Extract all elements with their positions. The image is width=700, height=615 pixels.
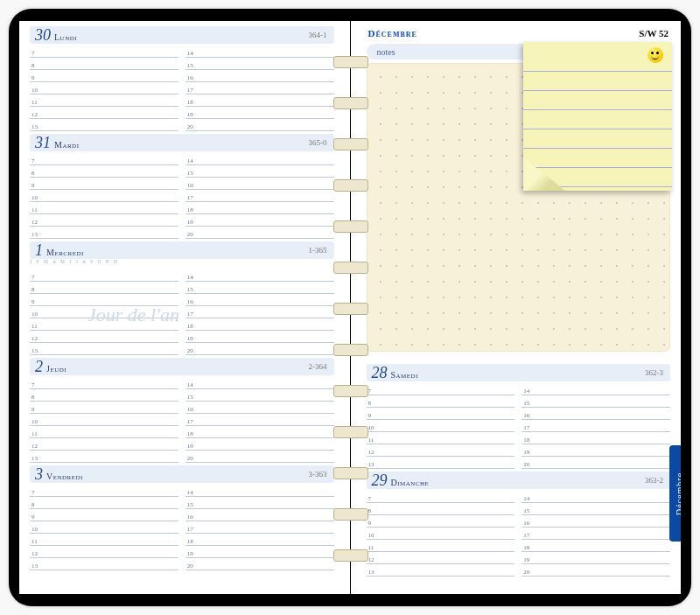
hour-slot[interactable]: 20 [522,457,670,469]
hour-slot[interactable]: 20 [186,343,334,355]
hour-slot[interactable]: 7 [367,383,515,395]
hour-grid[interactable]: 7891011121314151617181920 [30,269,334,355]
hour-slot[interactable]: 7 [367,491,515,503]
hour-slot[interactable]: 20 [186,558,334,570]
hour-grid[interactable]: 7891011121314151617181920 [367,491,671,577]
hour-slot[interactable]: 13 [30,558,178,570]
hour-slot[interactable]: 7 [30,45,178,58]
hour-slot[interactable]: 8 [30,165,178,178]
hour-slot[interactable]: 11 [30,534,178,546]
hour-slot[interactable]: 7 [30,153,178,165]
hour-slot[interactable]: 18 [186,202,334,214]
hour-slot[interactable]: 12 [367,552,515,564]
hour-slot[interactable]: 17 [186,414,334,426]
hour-slot[interactable]: 17 [186,306,334,318]
hour-slot[interactable]: 16 [522,408,670,420]
hour-slot[interactable]: 16 [522,515,670,528]
hour-slot[interactable]: 10 [30,306,178,318]
hour-slot[interactable]: 13 [367,457,515,469]
hour-slot[interactable]: 12 [30,546,178,558]
hour-slot[interactable]: 18 [186,534,334,546]
hour-slot[interactable]: 15 [186,282,334,294]
hour-slot[interactable]: 18 [186,426,334,438]
hour-slot[interactable]: 14 [186,153,334,165]
hour-slot[interactable]: 13 [30,343,178,355]
hour-slot[interactable]: 17 [186,521,334,534]
hour-slot[interactable]: 16 [186,178,334,190]
hour-slot[interactable]: 20 [186,227,334,239]
hour-slot[interactable]: 18 [522,540,670,552]
hour-slot[interactable]: 10 [30,82,178,94]
hour-slot[interactable]: 7 [30,377,178,389]
hour-slot[interactable]: 13 [367,564,515,577]
hour-slot[interactable]: 15 [186,165,334,178]
hour-slot[interactable]: 14 [186,269,334,282]
hour-slot[interactable]: 14 [186,45,334,58]
hour-slot[interactable]: 15 [186,389,334,402]
hour-slot[interactable]: 15 [186,58,334,70]
hour-slot[interactable]: 11 [367,540,515,552]
hour-slot[interactable]: 10 [367,528,515,540]
hour-slot[interactable]: 17 [522,528,670,540]
hour-slot[interactable]: 20 [186,119,334,131]
hour-slot[interactable]: 11 [30,426,178,438]
hour-grid[interactable]: 7891011121314151617181920 [30,153,334,239]
hour-slot[interactable]: 15 [522,503,670,515]
hour-slot[interactable]: 18 [522,432,670,444]
hour-slot[interactable]: 15 [186,497,334,509]
hour-slot[interactable]: 19 [186,546,334,558]
hour-slot[interactable]: 12 [367,444,515,457]
hour-slot[interactable]: 14 [522,491,670,503]
hour-slot[interactable]: 9 [30,294,178,306]
hour-slot[interactable]: 16 [186,402,334,414]
hour-slot[interactable]: 20 [522,564,670,577]
hour-slot[interactable]: 10 [30,190,178,202]
hour-slot[interactable]: 12 [30,438,178,451]
hour-slot[interactable]: 17 [186,190,334,202]
hour-slot[interactable]: 14 [522,383,670,395]
hour-slot[interactable]: 13 [30,119,178,131]
hour-slot[interactable]: 12 [30,331,178,343]
hour-slot[interactable]: 15 [522,395,670,408]
hour-slot[interactable]: 9 [30,70,178,82]
hour-slot[interactable]: 16 [186,509,334,521]
hour-slot[interactable]: 8 [30,58,178,70]
hour-slot[interactable]: 7 [30,485,178,497]
hour-slot[interactable]: 9 [30,178,178,190]
hour-grid[interactable]: 7891011121314151617181920 [367,383,671,469]
hour-slot[interactable]: 14 [186,485,334,497]
sticky-note[interactable] [523,42,672,191]
hour-slot[interactable]: 9 [367,515,515,528]
hour-slot[interactable]: 18 [186,318,334,331]
hour-grid[interactable]: 7891011121314151617181920 [30,377,334,463]
hour-slot[interactable]: 8 [30,497,178,509]
hour-slot[interactable]: 9 [30,402,178,414]
hour-slot[interactable]: 13 [30,451,178,463]
hour-slot[interactable]: 8 [30,282,178,294]
hour-slot[interactable]: 10 [367,420,515,432]
hour-grid[interactable]: 7891011121314151617181920 [30,485,334,570]
hour-slot[interactable]: 16 [186,294,334,306]
hour-slot[interactable]: 19 [522,552,670,564]
hour-slot[interactable]: 11 [367,432,515,444]
hour-slot[interactable]: 11 [30,202,178,214]
hour-slot[interactable]: 17 [522,420,670,432]
hour-slot[interactable]: 13 [30,227,178,239]
hour-slot[interactable]: 10 [30,414,178,426]
hour-slot[interactable]: 20 [186,451,334,463]
hour-slot[interactable]: 10 [30,521,178,534]
hour-slot[interactable]: 18 [186,94,334,107]
hour-slot[interactable]: 12 [30,214,178,227]
hour-slot[interactable]: 19 [186,214,334,227]
hour-slot[interactable]: 19 [186,438,334,451]
hour-slot[interactable]: 8 [30,389,178,402]
hour-slot[interactable]: 19 [186,107,334,119]
hour-slot[interactable]: 17 [186,82,334,94]
hour-slot[interactable]: 14 [186,377,334,389]
hour-slot[interactable]: 19 [186,331,334,343]
hour-slot[interactable]: 9 [30,509,178,521]
hour-slot[interactable]: 16 [186,70,334,82]
hour-slot[interactable]: 8 [367,395,515,408]
hour-slot[interactable]: 7 [30,269,178,282]
hour-slot[interactable]: 8 [367,503,515,515]
